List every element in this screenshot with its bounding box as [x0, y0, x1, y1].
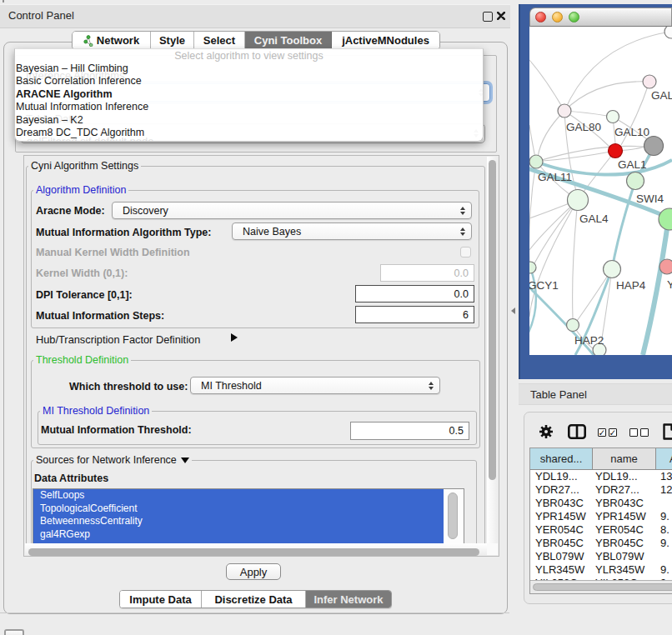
mi-threshold-title: MI Threshold Definition: [40, 406, 152, 417]
network-node-bright-green[interactable]: [659, 208, 672, 230]
attribute-item[interactable]: BetweennessCentrality: [33, 515, 444, 528]
column-header-0[interactable]: shared...: [530, 448, 593, 470]
grip-button[interactable]: [4, 629, 24, 635]
table-row[interactable]: YLR345WYLR345W9.: [530, 563, 672, 577]
zoom-window-icon[interactable]: [569, 12, 579, 22]
divider-collapse-icon[interactable]: [511, 308, 515, 314]
network-edge[interactable]: [529, 60, 564, 111]
network-edge[interactable]: [643, 218, 669, 355]
table-hscrollbar-thumb[interactable]: [533, 583, 672, 591]
network-node-GAL2[interactable]: [643, 75, 656, 88]
hub-expand-icon[interactable]: [231, 333, 238, 342]
table-row[interactable]: YBR045CYBR045C9.: [530, 537, 672, 550]
network-label-HAP2: HAP2: [574, 334, 604, 347]
dpi-tolerance-field[interactable]: 0.0: [355, 285, 474, 302]
network-window-titlebar[interactable]: [529, 8, 672, 27]
table-row[interactable]: YDR27...YDR27...12: [530, 483, 672, 497]
tab-jactivemnodules[interactable]: jActiveMNodules: [332, 32, 439, 49]
network-edge[interactable]: [564, 82, 649, 111]
hub-definition-toggle[interactable]: Hub/Transcription Factor Definition: [36, 333, 200, 346]
network-node-gray-node[interactable]: [644, 137, 664, 156]
data-attributes-label: Data Attributes: [34, 472, 108, 484]
kernel-width-field[interactable]: 0.0: [380, 264, 474, 282]
minimize-window-icon[interactable]: [552, 12, 563, 22]
network-canvas[interactable]: GAL2GAL80GAL10GAL1GAL11SWI4GAL4GCY1HAP4Y…: [529, 27, 672, 355]
sources-title: Sources for Network Inference: [36, 455, 177, 466]
table-row[interactable]: YDL19...YDL19...13: [530, 470, 672, 483]
split-view-icon[interactable]: [568, 424, 586, 439]
column-header-1[interactable]: name: [593, 448, 656, 470]
network-edge[interactable]: [534, 200, 578, 263]
network-node-red-node[interactable]: [609, 144, 623, 158]
table-hscrollbar[interactable]: [530, 580, 672, 593]
network-node-top-white[interactable]: [664, 27, 672, 38]
mi-threshold-field[interactable]: 0.5: [350, 422, 469, 440]
float-panel-icon[interactable]: [483, 12, 493, 22]
network-edge[interactable]: [573, 200, 578, 318]
network-edge[interactable]: [543, 151, 615, 161]
settings-hscrollbar-thumb[interactable]: [28, 548, 479, 556]
close-window-icon[interactable]: [535, 12, 546, 22]
settings-scrollpane: Cyni Algorithm Settings Algorithm Defini…: [23, 155, 499, 557]
apply-button[interactable]: Apply: [226, 563, 281, 580]
network-node-GCY1[interactable]: [529, 262, 536, 273]
attribute-item[interactable]: TopologicalCoefficient: [33, 502, 444, 516]
threshold-definition-title: Threshold Definition: [33, 355, 131, 366]
network-node-SWI4[interactable]: [627, 172, 644, 190]
table-row[interactable]: YBR043CYBR043C: [530, 497, 672, 510]
network-node-GAL11[interactable]: [529, 155, 543, 168]
attribute-item[interactable]: gal4RGexp: [33, 528, 444, 542]
network-node-HAP2[interactable]: [567, 319, 579, 332]
dropdown-item-mutual-information-inference[interactable]: Mutual Information Inference: [15, 101, 483, 113]
network-edge[interactable]: [529, 162, 536, 262]
application-window: Control Panel NetworkStyleSelectCyni Too…: [0, 0, 672, 635]
document-icon[interactable]: [663, 423, 672, 440]
mi-algorithm-type-combobox[interactable]: Naive Bayes: [232, 222, 472, 240]
manual-kernel-width-checkbox[interactable]: [460, 247, 471, 258]
tab-select[interactable]: Select: [194, 32, 245, 49]
network-label-GAL10: GAL10: [614, 126, 649, 138]
network-node-HAP4[interactable]: [604, 261, 621, 278]
table-cell: YBR043C: [530, 497, 593, 510]
close-panel-icon[interactable]: [497, 12, 505, 20]
dropdown-item-bayesian-k2[interactable]: Bayesian – K2: [15, 114, 483, 127]
table-row[interactable]: YBL079WYBL079W: [530, 550, 672, 563]
network-label-GAL4: GAL4: [579, 212, 609, 225]
unchecked-checkbox-icon-1[interactable]: [629, 428, 638, 437]
checked-checkbox-icon-1[interactable]: ✓: [598, 428, 606, 437]
attributes-list-scrollbar[interactable]: [444, 489, 464, 543]
data-attributes-list[interactable]: SelfLoopsTopologicalCoefficientBetweenne…: [33, 488, 464, 544]
network-node-GAL80[interactable]: [558, 104, 571, 118]
attributes-scrollbar-thumb[interactable]: [448, 492, 458, 539]
network-edge[interactable]: [584, 151, 615, 192]
attribute-item[interactable]: SelfLoops: [33, 489, 444, 502]
settings-vscrollbar-thumb[interactable]: [489, 160, 496, 480]
tab-network[interactable]: Network: [73, 32, 151, 49]
aracne-mode-value: Discovery: [123, 205, 168, 217]
tab-impute-data[interactable]: Impute Data: [120, 591, 202, 608]
dropdown-item-aracne-algorithm[interactable]: ARACNE Algorithm: [15, 88, 483, 101]
which-threshold-combobox[interactable]: MI Threshold: [190, 377, 440, 394]
network-edge[interactable]: [538, 111, 564, 157]
checked-checkbox-icon-2[interactable]: ✓: [609, 428, 617, 437]
table-cell: YLR345W: [530, 563, 593, 577]
table-row[interactable]: YER054CYER054C8.: [530, 523, 672, 537]
aracne-mode-combobox[interactable]: Discovery: [112, 202, 472, 219]
tab-discretize-data[interactable]: Discretize Data: [202, 591, 306, 608]
sources-title-row[interactable]: Sources for Network Inference: [33, 455, 192, 466]
column-header-2[interactable]: A: [656, 448, 672, 470]
network-edge[interactable]: [612, 181, 635, 269]
table-row[interactable]: YPR145WYPR145W9.: [530, 510, 672, 523]
tab-style[interactable]: Style: [151, 32, 194, 49]
table-cell: YDR27...: [593, 483, 656, 497]
table-cell: YBR045C: [593, 537, 656, 550]
gear-icon[interactable]: [539, 424, 554, 439]
network-node-GAL4[interactable]: [568, 190, 589, 211]
tab-infer-network[interactable]: Infer Network: [306, 591, 391, 608]
network-node-GAL10[interactable]: [607, 111, 619, 123]
tab-cyni-toolbox[interactable]: Cyni Toolbox: [245, 32, 332, 49]
table-panel-card: ✓ ✓ shared...nameA YDL19...YDL19...13YDR…: [524, 412, 672, 604]
unchecked-checkbox-icon-2[interactable]: [640, 428, 649, 437]
mi-steps-field[interactable]: 6: [355, 306, 474, 323]
network-node-salmon-node[interactable]: [659, 259, 672, 274]
